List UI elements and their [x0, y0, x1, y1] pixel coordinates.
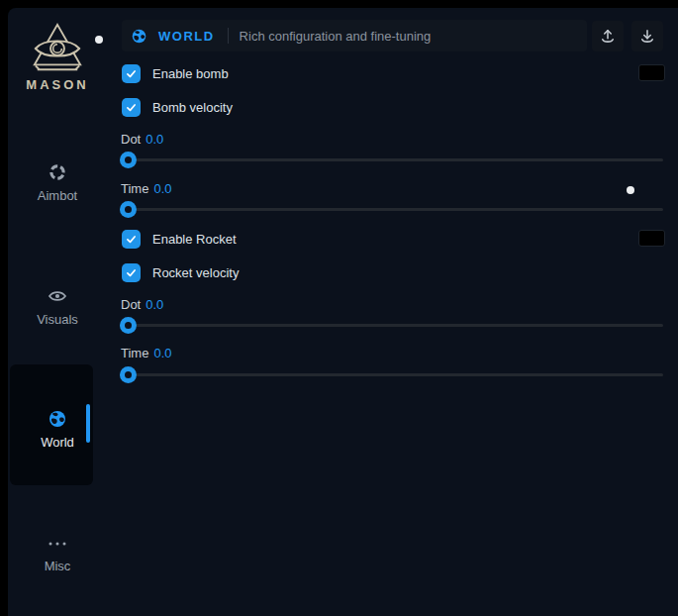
- logo: MASON: [8, 22, 107, 92]
- checkbox-label: Enable bomb: [152, 66, 229, 81]
- upload-icon: [599, 28, 617, 46]
- cursor-dot: [627, 186, 634, 194]
- sidebar-item-world[interactable]: World: [8, 409, 107, 450]
- app-window: [8, 8, 678, 616]
- slider-dot-track[interactable]: [120, 158, 663, 161]
- slider-label-dot: Dot0.0: [121, 297, 163, 312]
- slider-time-handle[interactable]: [120, 366, 137, 383]
- bomb-color-swatch[interactable]: [638, 64, 665, 81]
- sidebar-item-aimbot[interactable]: Aimbot: [8, 162, 107, 203]
- slider-time-handle[interactable]: [120, 201, 137, 218]
- page-title: WORLD: [158, 29, 215, 44]
- checkbox-enable-bomb[interactable]: Enable bomb: [122, 64, 229, 83]
- ellipsis-icon: [8, 533, 107, 555]
- sidebar-item-label: Aimbot: [8, 188, 107, 203]
- slider-name: Dot: [121, 297, 141, 312]
- slider-dot-track[interactable]: [120, 324, 663, 327]
- sidebar-item-visuals[interactable]: Visuals: [8, 286, 107, 327]
- globe-icon: [8, 409, 107, 431]
- checkbox-label: Bomb velocity: [152, 100, 233, 115]
- download-icon: [638, 28, 656, 46]
- import-config-button[interactable]: [631, 21, 663, 51]
- slider-value: 0.0: [145, 132, 163, 147]
- checkbox-bomb-velocity[interactable]: Bomb velocity: [122, 98, 233, 117]
- slider-time-track[interactable]: [120, 373, 663, 376]
- checkbox-enable-rocket[interactable]: Enable Rocket: [122, 230, 237, 249]
- slider-value: 0.0: [145, 297, 163, 312]
- rocket-color-swatch[interactable]: [638, 230, 665, 247]
- checkbox-checked-icon: [122, 98, 141, 117]
- slider-dot-handle[interactable]: [120, 152, 137, 168]
- checkbox-checked-icon: [122, 64, 141, 83]
- sidebar-item-misc[interactable]: Misc: [8, 533, 107, 573]
- screen: MASON Aimbot Visuals: [0, 0, 678, 616]
- slider-name: Dot: [121, 132, 141, 147]
- page-header: WORLD Rich configuration and fine-tuning: [122, 20, 587, 51]
- slider-name: Time: [121, 181, 148, 196]
- slider-dot-handle[interactable]: [120, 317, 137, 334]
- checkbox-rocket-velocity[interactable]: Rocket velocity: [122, 263, 239, 282]
- slider-value: 0.0: [153, 346, 171, 360]
- header-divider: [228, 28, 229, 44]
- globe-icon: [131, 28, 147, 45]
- slider-name: Time: [121, 346, 148, 360]
- export-config-button[interactable]: [592, 21, 624, 51]
- cursor-dot: [95, 36, 103, 44]
- slider-label-time: Time0.0: [121, 181, 171, 196]
- mason-eye-triangle-icon: [29, 22, 86, 75]
- checkbox-checked-icon: [122, 263, 141, 282]
- slider-label-time: Time0.0: [121, 346, 171, 360]
- sidebar: MASON Aimbot Visuals: [8, 8, 107, 616]
- sidebar-item-label: Visuals: [8, 312, 107, 327]
- checkbox-label: Enable Rocket: [152, 232, 237, 247]
- logo-title: MASON: [8, 77, 107, 92]
- crosshair-icon: [8, 162, 107, 184]
- slider-value: 0.0: [153, 181, 171, 196]
- checkbox-label: Rocket velocity: [152, 265, 239, 280]
- page-subtitle: Rich configuration and fine-tuning: [240, 29, 432, 44]
- slider-label-dot: Dot0.0: [121, 132, 163, 147]
- checkbox-checked-icon: [122, 230, 141, 249]
- eye-icon: [8, 286, 107, 308]
- slider-time-track[interactable]: [120, 208, 663, 211]
- sidebar-item-label: Misc: [8, 559, 107, 573]
- sidebar-item-label: World: [8, 435, 107, 450]
